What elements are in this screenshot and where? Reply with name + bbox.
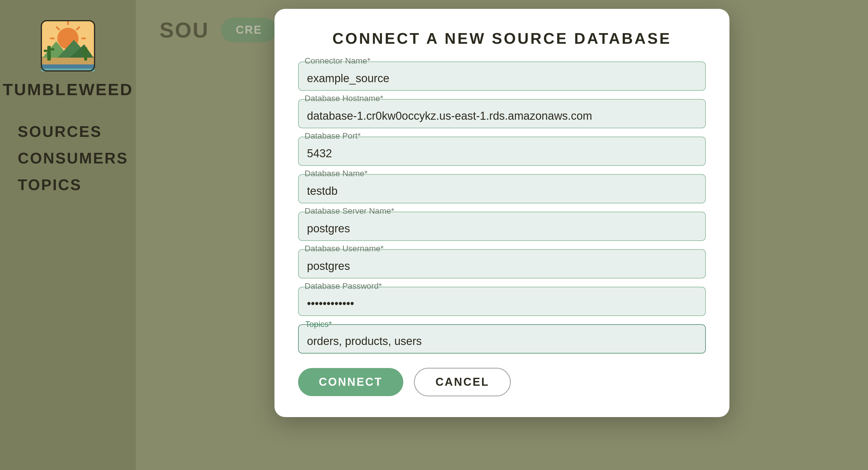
database-name-input[interactable] bbox=[298, 174, 706, 203]
logo-area: TUMBLEWEED bbox=[0, 12, 136, 111]
database-port-label: Database Port* bbox=[303, 131, 363, 141]
sidebar-item-consumers[interactable]: CONSUMERS bbox=[18, 149, 136, 167]
database-password-field: Database Password* bbox=[298, 287, 706, 316]
cancel-button[interactable]: CANCEL bbox=[414, 368, 511, 396]
connector-name-field: Connector Name* bbox=[298, 61, 706, 91]
main-content: SOU CRE CONNECT A NEW SOURCE DATABASE Co… bbox=[136, 0, 868, 470]
database-hostname-label: Database Hostname* bbox=[303, 94, 385, 103]
brand-name: TUMBLEWEED bbox=[3, 80, 133, 99]
database-username-field: Database Username* bbox=[298, 249, 706, 278]
database-password-input[interactable] bbox=[298, 287, 706, 316]
database-password-label: Database Password* bbox=[303, 282, 383, 291]
svg-rect-12 bbox=[44, 50, 47, 52]
topics-label: Topics* bbox=[303, 320, 334, 329]
database-username-label: Database Username* bbox=[303, 244, 385, 253]
database-hostname-input[interactable] bbox=[298, 99, 706, 128]
database-server-name-input[interactable] bbox=[298, 212, 706, 241]
logo-icon bbox=[38, 18, 97, 77]
sidebar-item-topics[interactable]: TOPICS bbox=[18, 176, 136, 194]
modal-title: CONNECT A NEW SOURCE DATABASE bbox=[298, 30, 706, 47]
modal-overlay: CONNECT A NEW SOURCE DATABASE Connector … bbox=[136, 0, 868, 470]
connector-name-label: Connector Name* bbox=[303, 56, 372, 66]
svg-rect-15 bbox=[81, 51, 84, 53]
svg-rect-14 bbox=[84, 47, 87, 61]
connector-name-input[interactable] bbox=[298, 61, 706, 91]
modal-dialog: CONNECT A NEW SOURCE DATABASE Connector … bbox=[275, 9, 730, 417]
sidebar: TUMBLEWEED SOURCES CONSUMERS TOPICS bbox=[0, 0, 136, 470]
database-port-field: Database Port* bbox=[298, 137, 706, 166]
sidebar-item-sources[interactable]: SOURCES bbox=[18, 123, 136, 140]
nav-menu: SOURCES CONSUMERS TOPICS bbox=[0, 111, 136, 194]
modal-actions: CONNECT CANCEL bbox=[298, 368, 706, 396]
database-server-name-label: Database Server Name* bbox=[303, 206, 396, 216]
database-name-label: Database Name* bbox=[303, 169, 369, 178]
svg-rect-13 bbox=[51, 48, 54, 51]
connect-button[interactable]: CONNECT bbox=[298, 368, 403, 396]
topics-field: Topics* bbox=[298, 324, 706, 354]
svg-rect-11 bbox=[47, 46, 51, 61]
topics-input[interactable] bbox=[299, 325, 705, 353]
database-name-field: Database Name* bbox=[298, 174, 706, 203]
database-port-input[interactable] bbox=[298, 137, 706, 166]
database-username-input[interactable] bbox=[298, 249, 706, 278]
database-hostname-field: Database Hostname* bbox=[298, 99, 706, 128]
database-server-name-field: Database Server Name* bbox=[298, 212, 706, 241]
